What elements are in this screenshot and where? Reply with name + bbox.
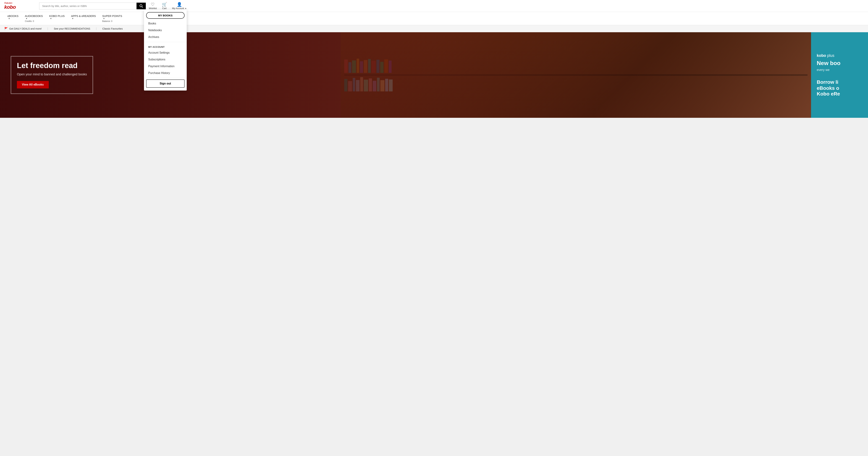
deals-daily-deals[interactable]: 🚩 Get DAILY DEALS and more! <box>4 27 42 30</box>
deals-separator-1: | <box>47 27 48 30</box>
right-panel-title: New boo <box>817 60 862 66</box>
nav-item-audiobooks-label: AUDIOBOOKS <box>25 15 43 18</box>
main-content: Let freedom read Open your mind to banne… <box>0 32 868 118</box>
nav-bar: eBOOKS ▼ AUDIOBOOKS ▼ Credits: 0 KOBO PL… <box>0 12 868 25</box>
my-account-dropdown: MY BOOKS Books Notebooks Archives MY ACC… <box>144 10 187 90</box>
cart-action[interactable]: 🛒 Cart <box>162 2 167 10</box>
hero-section: Let freedom read Open your mind to banne… <box>0 32 811 118</box>
deals-classic-favourites[interactable]: Classic Favourites <box>102 27 123 30</box>
dropdown-item-purchase-history[interactable]: Purchase History <box>144 70 187 77</box>
nav-arrow-ebooks: ▼ <box>8 18 10 20</box>
dropdown-item-notebooks[interactable]: Notebooks <box>144 27 187 34</box>
my-account-header-row: My Account ▲ <box>172 7 187 10</box>
my-books-label: MY BOOKS <box>146 12 185 19</box>
hero-title: Let freedom read <box>17 61 87 70</box>
svg-line-1 <box>142 7 143 7</box>
search-bar <box>39 2 146 9</box>
cart-label: Cart <box>162 7 167 10</box>
borrow-title2: eBooks o <box>817 85 862 91</box>
hero-cta-button[interactable]: View All eBooks <box>17 81 49 89</box>
nav-item-apps-label: APPS & eREADERS <box>71 15 96 18</box>
dropdown-my-account-header: MY ACCOUNT <box>144 44 187 49</box>
nav-item-ebooks-label: eBOOKS <box>7 15 19 18</box>
plus-word: plus <box>827 53 834 58</box>
wishlist-action[interactable]: ♡ Wishlist <box>149 2 157 10</box>
nav-arrow-superpoints: ▼ <box>103 18 105 20</box>
hero-frame: Let freedom read Open your mind to banne… <box>11 56 93 94</box>
my-account-action[interactable]: 👤 My Account ▲ MY BOOKS Books Notebooks … <box>172 2 187 10</box>
right-panel-subtitle: every we <box>817 68 862 72</box>
nav-item-superpoints-label: SUPER POINTS <box>102 15 122 18</box>
kobo-plus-logo: kobo plus <box>817 53 862 58</box>
sign-out-button[interactable]: Sign out <box>146 80 185 88</box>
user-icon: 👤 <box>177 2 182 7</box>
daily-deals-label: Get DAILY DEALS and more! <box>9 27 42 30</box>
logo[interactable]: Rakuten kobo <box>4 2 36 10</box>
nav-arrow-apps: ▼ <box>72 18 74 20</box>
dropdown-item-books[interactable]: Books <box>144 20 187 27</box>
nav-arrow-koboplus: ▼ <box>50 18 52 20</box>
header-right: ♡ Wishlist 🛒 Cart 👤 My Account ▲ MY BOOK… <box>149 2 187 10</box>
deals-recommendations[interactable]: See your RECOMMENDATIONS <box>54 27 90 30</box>
deals-separator-2: | <box>96 27 97 30</box>
nav-item-apps[interactable]: APPS & eREADERS ▼ <box>68 12 99 25</box>
deals-bar: 🚩 Get DAILY DEALS and more! | See your R… <box>0 25 868 32</box>
logo-rakuten: Rakuten <box>4 2 16 4</box>
kobo-brand-word: kobo <box>817 53 826 58</box>
nav-item-superpoints[interactable]: SUPER POINTS ▼ Balance: 0 <box>99 12 125 25</box>
dropdown-item-archives[interactable]: Archives <box>144 34 187 40</box>
recommendations-label: See your RECOMMENDATIONS <box>54 27 90 30</box>
wishlist-label: Wishlist <box>149 7 157 10</box>
logo-text: Rakuten kobo <box>4 2 16 10</box>
chevron-up-icon: ▲ <box>185 7 187 9</box>
borrow-section: Borrow li eBooks o Kobo eRe <box>817 79 862 97</box>
my-account-label: My Account <box>172 7 184 10</box>
hero-content: Let freedom read Open your mind to banne… <box>11 56 93 94</box>
right-panel: kobo plus New boo every we Borrow li eBo… <box>811 32 868 118</box>
dropdown-divider-1 <box>144 42 187 42</box>
dropdown-item-subscriptions[interactable]: Subscriptions <box>144 56 187 63</box>
nav-item-koboplus-label: KOBO PLUS <box>49 15 65 18</box>
nav-item-audiobooks[interactable]: AUDIOBOOKS ▼ Credits: 0 <box>22 12 46 25</box>
wishlist-icon: ♡ <box>151 2 155 7</box>
borrow-title: Borrow li <box>817 79 862 85</box>
classic-favourites-label: Classic Favourites <box>102 27 123 30</box>
borrow-title3: Kobo eRe <box>817 91 862 97</box>
nav-item-ebooks[interactable]: eBOOKS ▼ <box>4 12 22 25</box>
hero-subtitle: Open your mind to banned and challenged … <box>17 73 87 77</box>
flag-icon: 🚩 <box>4 27 8 30</box>
nav-arrow-audiobooks: ▼ <box>26 18 28 20</box>
nav-item-koboplus[interactable]: KOBO PLUS ▼ <box>46 12 68 25</box>
header: Rakuten kobo ♡ Wishlist 🛒 Cart 👤 My Acco… <box>0 0 868 12</box>
nav-item-audiobooks-sub: Credits: 0 <box>25 20 34 23</box>
search-icon <box>139 4 143 8</box>
my-books-active-item[interactable]: MY BOOKS <box>146 12 185 19</box>
nav-item-superpoints-sub: Balance: 0 <box>102 20 112 23</box>
search-input[interactable] <box>39 3 136 9</box>
dropdown-item-account-settings[interactable]: Account Settings <box>144 49 187 56</box>
dropdown-item-payment-information[interactable]: Payment Information <box>144 63 187 70</box>
search-button[interactable] <box>136 3 146 9</box>
cart-icon: 🛒 <box>162 2 167 7</box>
logo-kobo: kobo <box>4 4 16 10</box>
